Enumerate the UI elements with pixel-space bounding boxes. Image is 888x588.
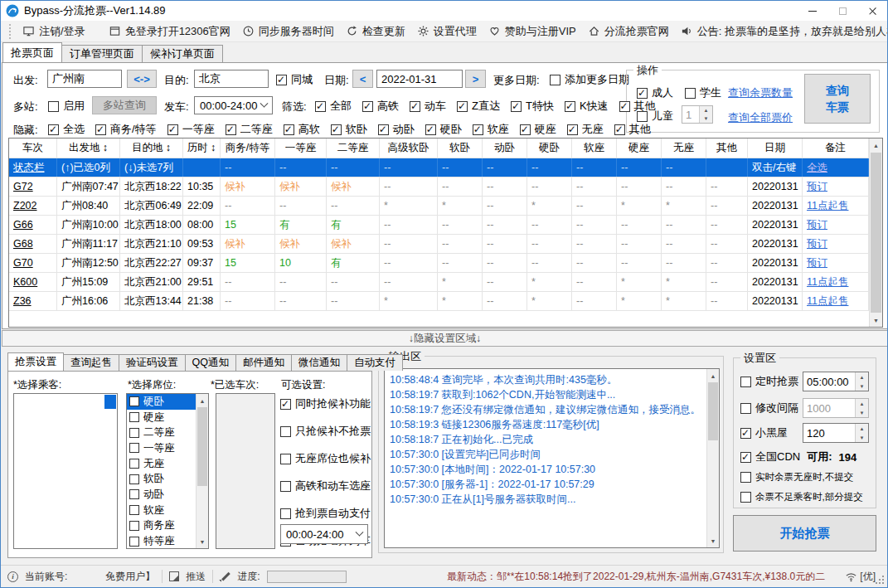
seat-list-scrollbar[interactable]: ▲ ▼: [196, 394, 208, 548]
column-header[interactable]: 无座: [662, 138, 706, 158]
checkbox-box[interactable]: [129, 396, 139, 406]
tab-email-notify[interactable]: 邮件通知: [235, 354, 292, 371]
tab-grab-page[interactable]: 抢票页面: [2, 42, 62, 62]
checkbox-抢到票自动支付[interactable]: 抢到票自动支付: [280, 506, 371, 521]
scroll-down-icon[interactable]: ▼: [707, 534, 719, 547]
scroll-down-icon[interactable]: ▼: [870, 313, 882, 327]
checkbox-全部[interactable]: 全部: [315, 99, 352, 114]
toolbar-item-logout[interactable]: 注销/登录: [22, 24, 85, 39]
checkbox-box[interactable]: [565, 101, 575, 112]
toolbar-item-sync-time[interactable]: 同步服务器时间: [242, 24, 334, 39]
checkbox-box[interactable]: [550, 75, 560, 85]
checkbox-全选[interactable]: 全选: [48, 122, 85, 137]
scrollbar-thumb[interactable]: [708, 382, 718, 440]
checkbox-box[interactable]: [48, 101, 59, 112]
scroll-up-icon[interactable]: ▲: [707, 369, 719, 382]
tab-order-management[interactable]: 订单管理页面: [61, 45, 143, 62]
checkbox-高铁[interactable]: 高铁: [362, 99, 399, 114]
partial-submit-checkbox[interactable]: 余票不足乘客时,部分提交: [740, 491, 863, 503]
column-header[interactable]: 二等座: [327, 138, 380, 158]
timer-grab-checkbox[interactable]: 定时抢票: [740, 374, 798, 389]
table-row[interactable]: G70广州南12:50北京西22:2709:371510有-----------…: [9, 254, 869, 273]
checkbox-无座[interactable]: 无座: [567, 122, 604, 137]
tab-captcha-settings[interactable]: 验证码设置: [119, 354, 186, 371]
arrow-down-icon[interactable]: ▼: [856, 408, 868, 417]
checkbox-box[interactable]: [315, 101, 326, 112]
depart-input[interactable]: 广州南: [47, 70, 122, 88]
tab-wechat-notify[interactable]: 微信通知: [291, 354, 347, 371]
checkbox-二等座[interactable]: 二等座: [226, 122, 273, 137]
table-cell-link[interactable]: 全选: [803, 158, 869, 177]
column-header[interactable]: 商务/特等: [221, 138, 275, 158]
checkbox-box[interactable]: [129, 459, 139, 469]
interval-checkbox[interactable]: 修改间隔: [740, 401, 798, 415]
table-cell-link[interactable]: 预订: [803, 254, 869, 272]
same-city-checkbox[interactable]: 同城: [276, 72, 313, 87]
checkbox-高软[interactable]: 高软: [284, 122, 320, 137]
checkbox-box[interactable]: [378, 124, 389, 135]
column-header[interactable]: 动卧: [483, 138, 527, 158]
toolbar-item-check-update[interactable]: 检查更新: [346, 24, 405, 39]
column-header[interactable]: 备注: [803, 138, 869, 158]
checkbox-box[interactable]: [740, 377, 751, 387]
checkbox-box[interactable]: [129, 412, 139, 422]
table-cell-link[interactable]: G68: [9, 235, 57, 253]
table-cell-link[interactable]: 11点起售: [803, 292, 869, 310]
scroll-up-icon[interactable]: ▲: [197, 394, 208, 407]
table-cell-link[interactable]: Z36: [9, 292, 57, 310]
tab-query-onsale[interactable]: 查询起售: [63, 354, 119, 371]
table-row[interactable]: Z202广州08:40北京西06:4922:09------**--*--**-…: [9, 197, 869, 216]
seat-option-一等座[interactable]: 一等座: [127, 440, 196, 456]
column-header[interactable]: 高级软卧: [380, 138, 438, 158]
student-checkbox[interactable]: 学生: [685, 85, 721, 100]
scroll-down-icon[interactable]: ▼: [197, 535, 208, 548]
seat-option-二等座[interactable]: 二等座: [127, 425, 196, 440]
arrow-down-icon[interactable]: ▼: [856, 433, 868, 442]
checkbox-一等座[interactable]: 一等座: [167, 122, 215, 137]
table-cell-link[interactable]: G70: [9, 254, 57, 272]
column-header[interactable]: 目的地 ↕: [120, 138, 183, 158]
table-row[interactable]: G66广州南10:00北京西18:0008:0015有有------------…: [9, 216, 869, 235]
no-seat-no-submit-checkbox[interactable]: 实时余票无座时,不提交: [740, 471, 853, 484]
checkbox-box[interactable]: [637, 88, 648, 99]
checkbox-box[interactable]: [280, 454, 291, 464]
checkbox-动卧[interactable]: 动卧: [378, 122, 415, 137]
seat-option-商务座[interactable]: 商务座: [127, 518, 196, 534]
date-input[interactable]: 2022-01-31: [376, 70, 463, 88]
column-header[interactable]: 日期: [748, 138, 803, 158]
checkbox-box[interactable]: [567, 124, 578, 135]
prev-date-button[interactable]: <: [352, 70, 373, 88]
arrow-down-icon[interactable]: ▼: [700, 114, 712, 123]
checkbox-box[interactable]: [740, 428, 751, 439]
checkbox-硬卧[interactable]: 硬卧: [425, 122, 462, 137]
checkbox-商务/特等[interactable]: 商务/特等: [95, 122, 157, 137]
checkbox-box[interactable]: [740, 472, 751, 483]
multi-station-query-button[interactable]: 多站查询: [92, 96, 157, 114]
table-row[interactable]: K600广州15:09北京西21:0029:51--------*--*--**…: [9, 273, 869, 292]
column-header[interactable]: 其他: [706, 138, 748, 158]
checkbox-box[interactable]: [685, 88, 696, 99]
column-header[interactable]: 历时 ↕: [183, 138, 221, 158]
query-remaining-link[interactable]: 查询余票数量: [728, 85, 793, 100]
checkbox-T特快[interactable]: T特快: [511, 99, 554, 114]
checkbox-高铁和动车选座[interactable]: 高铁和动车选座: [280, 479, 371, 493]
checkbox-box[interactable]: [511, 101, 522, 112]
depart-time-select[interactable]: 00:00-24:00: [194, 96, 273, 114]
table-row[interactable]: G72广州南07:47北京西18:2210:35候补候补候补----------…: [9, 177, 869, 197]
arrow-down-icon[interactable]: ▼: [856, 381, 868, 391]
maximize-button[interactable]: [827, 1, 857, 21]
column-header[interactable]: 硬卧: [527, 138, 572, 158]
checkbox-box[interactable]: [280, 426, 291, 437]
checkbox-box[interactable]: [362, 101, 373, 112]
checkbox-box[interactable]: [129, 489, 139, 499]
seat-option-软座[interactable]: 软座: [127, 503, 196, 518]
column-header[interactable]: 软卧: [438, 138, 483, 158]
checkbox-box[interactable]: [280, 508, 291, 519]
start-grab-button[interactable]: 开始抢票: [733, 515, 876, 552]
blackroom-checkbox[interactable]: 小黑屋: [740, 425, 788, 440]
table-cell-link[interactable]: 预订: [803, 177, 869, 196]
column-header[interactable]: 软座: [572, 138, 617, 158]
stepper-arrows[interactable]: ▲▼: [855, 372, 868, 391]
checkbox-K快速[interactable]: K快速: [565, 99, 609, 114]
seat-option-特等座[interactable]: 特等座: [127, 533, 196, 549]
